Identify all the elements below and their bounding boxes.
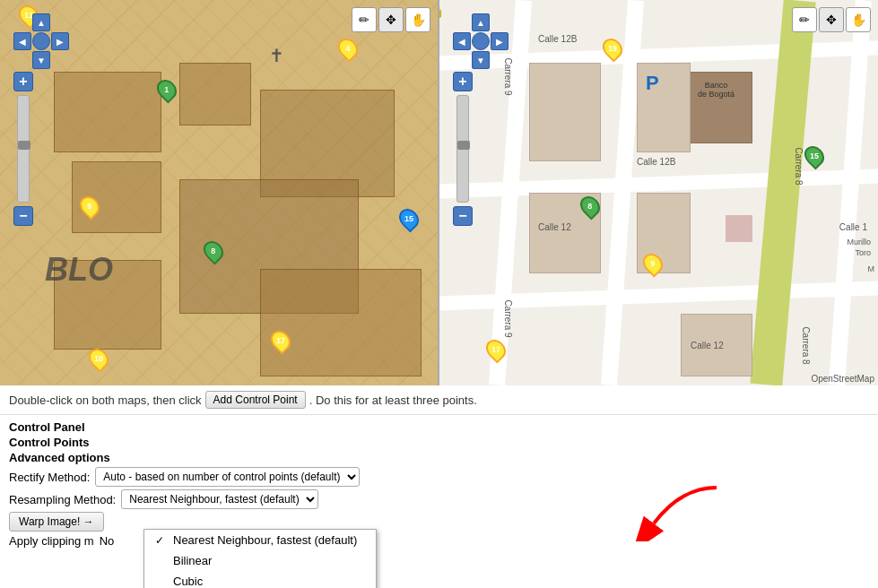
street-label-carrera9b: Carrera 9	[503, 299, 513, 337]
building	[529, 63, 601, 161]
lock-icon: 🔒	[439, 2, 445, 19]
zoom-slider-left[interactable]	[17, 95, 30, 203]
murillo-toro-label: MurilloToro	[847, 238, 871, 258]
instruction-prefix: Double-click on both maps, then click	[9, 393, 202, 407]
apply-clipping-value: No	[100, 534, 115, 548]
advanced-options-link[interactable]: Advanced options	[9, 451, 869, 464]
pan-control: ▲ ◀ ▶ ▼	[13, 13, 69, 69]
zoom-handle-left[interactable]	[18, 141, 30, 150]
map-toolbar-left: ✏ ✥ ✋	[352, 7, 430, 32]
control-panel-title[interactable]: Control Panel	[9, 420, 869, 434]
map-block	[179, 63, 251, 125]
map-left[interactable]: ✝ BLO ▲ ◀ ▶ ▼ + − ✏ ✥ ✋ 11	[0, 0, 439, 385]
instruction-suffix: . Do this for at least three points.	[309, 393, 477, 407]
zoom-out-right[interactable]: −	[453, 206, 473, 226]
rectify-method-label: Rectify Method:	[9, 471, 90, 484]
add-control-point-button[interactable]: Add Control Point	[205, 391, 306, 409]
cross-symbol: ✝	[269, 45, 284, 66]
pan-left-button[interactable]: ◀	[13, 32, 31, 50]
pan-up-button[interactable]: ▲	[32, 13, 50, 31]
resampling-method-label: Resampling Method:	[9, 493, 116, 506]
resampling-method-row: Resampling Method: Nearest Neighbour, fa…	[9, 489, 869, 509]
zoom-slider-right[interactable]	[456, 95, 469, 203]
pan-center-button[interactable]	[32, 32, 50, 50]
dropdown-item-2[interactable]: Cubic	[144, 571, 376, 588]
move-tool-right[interactable]: ✥	[819, 7, 844, 32]
warp-image-button[interactable]: Warp Image! →	[9, 512, 104, 532]
dropdown-item-1[interactable]: Bilinear	[144, 550, 376, 571]
building-red	[726, 215, 752, 242]
resampling-dropdown: ✓ Nearest Neighbour, fastest (default) B…	[143, 529, 377, 588]
rectify-method-select[interactable]: Auto - based on number of control points…	[95, 467, 360, 487]
map-block	[54, 72, 161, 152]
street-label-calle12: Calle 12	[538, 222, 571, 232]
street-label-calle1: Calle 1	[839, 222, 867, 232]
building	[637, 63, 691, 152]
dropdown-label-0: Nearest Neighbour, fastest (default)	[173, 533, 357, 547]
zoom-in-left[interactable]: +	[13, 72, 33, 91]
zoom-handle-right[interactable]	[457, 141, 470, 150]
apply-clipping-row: Apply clipping m No	[9, 534, 869, 548]
zoom-out-left[interactable]: −	[13, 206, 33, 226]
hand-tool-right[interactable]: ✋	[846, 7, 871, 32]
m-label: M	[868, 264, 875, 273]
osm-credit: OpenStreetMap	[811, 374, 874, 384]
move-tool-left[interactable]: ✥	[378, 7, 404, 32]
pan-down-button[interactable]: ▼	[32, 51, 50, 69]
pan-left-right[interactable]: ◀	[453, 32, 471, 50]
dropdown-item-0[interactable]: ✓ Nearest Neighbour, fastest (default)	[144, 530, 376, 550]
pan-center-right[interactable]	[472, 32, 490, 50]
edit-tool-right[interactable]: ✏	[792, 7, 817, 32]
street-label-carrera8: Carrera 8	[793, 147, 803, 185]
street-v	[829, 0, 872, 385]
edit-tool-left[interactable]: ✏	[352, 7, 377, 32]
maps-container: ✝ BLO ▲ ◀ ▶ ▼ + − ✏ ✥ ✋ 11	[0, 0, 878, 385]
pan-up-right[interactable]: ▲	[472, 13, 490, 31]
arrow-indicator	[609, 479, 735, 541]
dropdown-label-1: Bilinear	[173, 554, 212, 567]
bank-label: Bancode Bogotá	[698, 81, 735, 99]
instruction-bar: Double-click on both maps, then click Ad…	[0, 385, 878, 415]
zoom-in-right[interactable]: +	[453, 72, 473, 91]
street-label-calle12b: Calle 12B	[538, 34, 577, 44]
zoom-controls-right: + −	[453, 72, 473, 226]
map-toolbar-right: ✏ ✥ ✋	[792, 7, 871, 32]
pan-control-right: ▲ ◀ ▶ ▼	[453, 13, 509, 69]
zoom-controls-left: + −	[13, 72, 33, 226]
street-label-calle12b2: Calle 12B	[637, 157, 675, 167]
pan-right-button[interactable]: ▶	[51, 32, 69, 50]
street-label-carrera8b: Carrera 8	[800, 326, 810, 364]
pan-down-right[interactable]: ▼	[472, 51, 490, 69]
blo-text: BLO	[45, 251, 113, 289]
apply-clipping-label: Apply clipping m	[9, 534, 94, 548]
hand-tool-left[interactable]: ✋	[405, 7, 430, 32]
control-panel: Control Panel Control Points Advanced op…	[0, 415, 878, 554]
control-points-link[interactable]: Control Points	[9, 436, 869, 449]
rectify-method-row: Rectify Method: Auto - based on number o…	[9, 467, 869, 487]
warp-row: Warp Image! →	[9, 512, 869, 532]
parking-sign: P	[646, 72, 659, 95]
map-right[interactable]: P Bancode Bogotá Carrera 8 Carrera 9 Car…	[439, 0, 878, 385]
resampling-method-select[interactable]: Nearest Neighbour, fastest (default)	[121, 489, 318, 509]
pan-right-right[interactable]: ▶	[491, 32, 509, 50]
dropdown-label-2: Cubic	[173, 575, 203, 588]
map-block	[260, 269, 422, 376]
street-label-calle12c: Calle 12	[691, 341, 724, 350]
checkmark-0: ✓	[155, 534, 168, 547]
